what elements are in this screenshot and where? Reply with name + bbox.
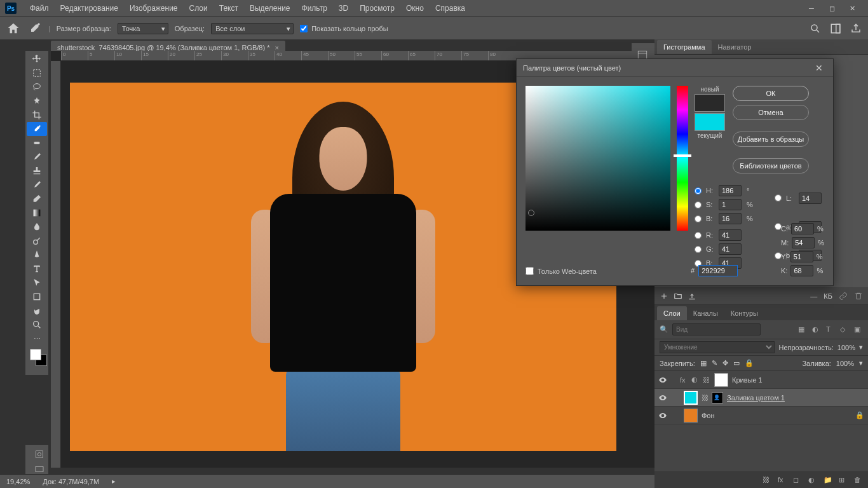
- close-button[interactable]: ✕: [848, 4, 857, 13]
- delete-layer-icon[interactable]: 🗑: [854, 476, 863, 485]
- filter-pixel-icon[interactable]: ▦: [798, 325, 807, 334]
- layer-row[interactable]: Фон 🔒: [654, 407, 868, 424]
- trash-icon[interactable]: [854, 292, 863, 301]
- color-field-marker[interactable]: [528, 210, 534, 216]
- lock-brush-icon[interactable]: ✎: [712, 359, 717, 367]
- b-radio[interactable]: [695, 215, 702, 222]
- zoom-level[interactable]: 19,42%: [6, 478, 30, 485]
- blur-tool[interactable]: [27, 220, 47, 234]
- lock-artboard-icon[interactable]: ▭: [733, 359, 740, 367]
- mask-icon[interactable]: ◻: [793, 476, 802, 485]
- edit-toolbar-button[interactable]: ⋯: [27, 332, 47, 346]
- filter-smart-icon[interactable]: ▣: [854, 325, 863, 334]
- filter-text-icon[interactable]: T: [826, 325, 835, 334]
- menu-file[interactable]: Файл: [24, 0, 55, 17]
- h-radio[interactable]: [695, 187, 702, 194]
- tab-channels[interactable]: Каналы: [687, 306, 724, 320]
- new-layer-icon[interactable]: [660, 292, 668, 301]
- quick-select-tool[interactable]: [27, 94, 47, 108]
- move-tool[interactable]: [27, 52, 47, 66]
- doc-size[interactable]: Док: 47,7M/49,7M: [43, 478, 99, 485]
- hue-slider[interactable]: [677, 86, 688, 231]
- l-radio[interactable]: [775, 194, 782, 201]
- dodge-tool[interactable]: [27, 234, 47, 248]
- text-tool[interactable]: [27, 262, 47, 276]
- r-field[interactable]: [719, 229, 742, 241]
- share-icon[interactable]: [850, 23, 862, 34]
- show-ring-checkbox[interactable]: [300, 25, 308, 32]
- s-field[interactable]: [719, 199, 742, 210]
- brush-tool[interactable]: [27, 150, 47, 164]
- r-radio[interactable]: [695, 232, 702, 239]
- lasso-tool[interactable]: [27, 80, 47, 94]
- gradient-tool[interactable]: [27, 206, 47, 220]
- visibility-icon[interactable]: [658, 393, 667, 402]
- opacity-value[interactable]: 100%: [837, 344, 855, 351]
- shape-tool[interactable]: [27, 290, 47, 304]
- cancel-button[interactable]: Отмена: [733, 105, 809, 120]
- menu-image[interactable]: Изображение: [124, 0, 184, 17]
- current-color-swatch[interactable]: [695, 113, 725, 131]
- dialog-close-icon[interactable]: ✕: [811, 62, 827, 74]
- eyedropper-tool-icon[interactable]: [27, 21, 42, 36]
- blend-mode-select[interactable]: Умножение: [660, 341, 775, 353]
- m-field[interactable]: [792, 237, 815, 248]
- color-swatches[interactable]: [28, 349, 46, 370]
- workspace-icon[interactable]: [830, 23, 841, 34]
- menu-help[interactable]: Справка: [430, 0, 471, 17]
- color-field[interactable]: [526, 86, 670, 231]
- layer-mask-thumb[interactable]: 👤: [712, 392, 723, 403]
- stamp-tool[interactable]: [27, 164, 47, 178]
- menu-view[interactable]: Просмотр: [354, 0, 400, 17]
- hue-marker[interactable]: [674, 154, 691, 157]
- menu-layers[interactable]: Слои: [184, 0, 214, 17]
- foreground-color[interactable]: [30, 349, 41, 360]
- l-field[interactable]: [799, 193, 822, 204]
- layer-thumb[interactable]: [684, 391, 698, 405]
- color-libs-button[interactable]: Библиотеки цветов: [733, 158, 809, 173]
- search-icon[interactable]: [810, 23, 821, 34]
- tab-paths[interactable]: Контуры: [724, 306, 764, 320]
- heal-tool[interactable]: [27, 136, 47, 150]
- fx-icon[interactable]: fx: [778, 476, 787, 485]
- layer-row[interactable]: fx ◐ ⛓ Кривые 1: [654, 371, 868, 389]
- filter-adjust-icon[interactable]: ◐: [812, 325, 821, 334]
- web-only-checkbox[interactable]: [526, 267, 534, 275]
- menu-window[interactable]: Окно: [400, 0, 430, 17]
- tab-histogram[interactable]: Гистограмма: [657, 40, 712, 54]
- sample-select[interactable]: Все слои ▾: [211, 23, 294, 34]
- link-icon[interactable]: [839, 292, 848, 301]
- layers-filter-input[interactable]: [672, 323, 761, 336]
- new-folder-icon[interactable]: [674, 292, 682, 301]
- tab-layers[interactable]: Слои: [657, 306, 687, 320]
- history-brush-tool[interactable]: [27, 178, 47, 192]
- eyedropper-tool[interactable]: [27, 122, 47, 136]
- menu-edit[interactable]: Редактирование: [55, 0, 124, 17]
- layer-thumb[interactable]: [684, 409, 698, 423]
- dialog-titlebar[interactable]: Палитра цветов (чистый цвет) ✕: [517, 59, 833, 77]
- menu-3d[interactable]: 3D: [333, 0, 354, 17]
- pen-tool[interactable]: [27, 248, 47, 262]
- eraser-tool[interactable]: [27, 192, 47, 206]
- hex-field[interactable]: [698, 265, 738, 276]
- minimize-button[interactable]: ─: [807, 4, 816, 13]
- s-radio[interactable]: [695, 201, 702, 208]
- crop-tool[interactable]: [27, 108, 47, 122]
- hand-tool[interactable]: [27, 304, 47, 318]
- y-field[interactable]: [790, 251, 813, 262]
- bv-field[interactable]: [719, 213, 742, 224]
- h-field[interactable]: [719, 185, 742, 196]
- group-icon[interactable]: 📁: [824, 476, 832, 485]
- lock-move-icon[interactable]: ✥: [722, 359, 728, 367]
- path-select-tool[interactable]: [27, 276, 47, 290]
- menu-filter[interactable]: Фильтр: [296, 0, 333, 17]
- add-swatch-button[interactable]: Добавить в образцы: [733, 132, 809, 147]
- adjustment-icon[interactable]: ◐: [808, 476, 817, 485]
- new-layer-btn[interactable]: ⊞: [839, 476, 848, 485]
- marquee-tool[interactable]: [27, 66, 47, 80]
- ok-button[interactable]: ОК: [733, 86, 809, 101]
- tab-navigator[interactable]: Навигатор: [712, 40, 758, 54]
- g-radio[interactable]: [695, 246, 702, 253]
- sample-size-select[interactable]: Точка ▾: [118, 23, 168, 34]
- filter-shape-icon[interactable]: ◇: [840, 325, 849, 334]
